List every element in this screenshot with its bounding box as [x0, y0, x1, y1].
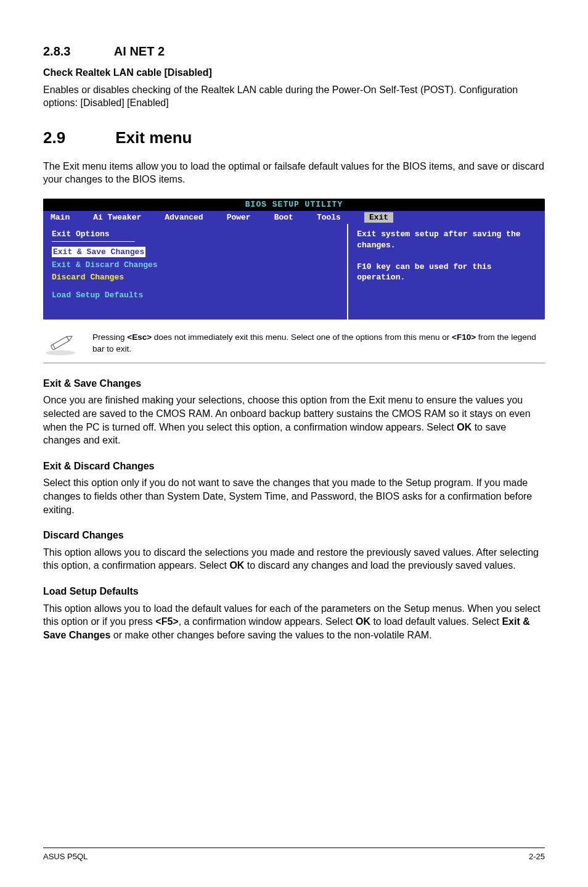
bios-item-load-defaults: Load Setup Defaults: [52, 290, 338, 301]
realtek-heading: Check Realtek LAN cable [Disabled]: [43, 66, 545, 80]
footer-left: ASUS P5QL: [43, 851, 88, 862]
section-title: AI NET 2: [114, 44, 165, 58]
bios-left-pane: Exit Options Exit & Save Changes Exit & …: [43, 224, 347, 320]
ok-label: OK: [356, 616, 370, 627]
exit-discard-heading: Exit & Discard Changes: [43, 460, 545, 473]
bios-item-exit-save: Exit & Save Changes: [52, 247, 145, 258]
realtek-body: Enables or disables checking of the Real…: [43, 83, 545, 110]
section-title: Exit menu: [115, 128, 192, 147]
load-defaults-heading: Load Setup Defaults: [43, 585, 545, 598]
bios-help-pane: Exit system setup after saving the chang…: [347, 224, 545, 320]
f10-key: <F10>: [452, 332, 476, 342]
note-row: Pressing <Esc> does not immediately exit…: [43, 332, 545, 363]
pencil-note-icon: [43, 332, 78, 357]
esc-key: <Esc>: [127, 332, 152, 342]
svg-rect-1: [51, 336, 69, 350]
load-defaults-body: This option allows you to load the defau…: [43, 602, 545, 642]
exit-save-heading: Exit & Save Changes: [43, 377, 545, 390]
discard-body: This option allows you to discard the se…: [43, 546, 545, 572]
svg-point-0: [46, 350, 75, 355]
bios-menu-tweaker: Ai Tweaker: [93, 212, 141, 223]
footer-right: 2-25: [529, 851, 545, 862]
bios-item-discard: Discard Changes: [52, 272, 338, 283]
section-2-8-3-heading: 2.8.3 AI NET 2: [43, 43, 545, 60]
bios-menu-main: Main: [51, 212, 70, 223]
page-footer: ASUS P5QL 2-25: [43, 848, 545, 862]
bios-menu-power: Power: [227, 212, 251, 223]
bios-title: BIOS SETUP UTILITY: [43, 199, 545, 211]
note-text: Pressing <Esc> does not immediately exit…: [92, 332, 545, 355]
ok-label: OK: [457, 422, 472, 432]
section-number: 2.8.3: [43, 43, 111, 60]
f5-key: <F5>: [155, 616, 178, 627]
bios-body: Exit Options Exit & Save Changes Exit & …: [43, 224, 545, 320]
bios-help-text: Exit system setup after saving the chang…: [357, 229, 536, 283]
exit-discard-body: Select this option only if you do not wa…: [43, 476, 545, 516]
bios-item-exit-discard: Exit & Discard Changes: [52, 260, 338, 271]
ok-label: OK: [229, 560, 244, 571]
bios-menu-boot: Boot: [274, 212, 293, 223]
bios-menubar: Main Ai Tweaker Advanced Power Boot Tool…: [43, 211, 545, 225]
section-2-9-heading: 2.9 Exit menu: [43, 127, 545, 149]
bios-screenshot: BIOS SETUP UTILITY Main Ai Tweaker Advan…: [43, 199, 545, 320]
bios-menu-advanced: Advanced: [165, 212, 203, 223]
section-number: 2.9: [43, 127, 111, 149]
section-2-9-intro: The Exit menu items allow you to load th…: [43, 160, 545, 186]
exit-save-body: Once you are finished making your select…: [43, 394, 545, 447]
bios-menu-exit: Exit: [364, 212, 393, 223]
bios-heading-underline: [52, 241, 135, 242]
bios-exit-options-heading: Exit Options: [52, 229, 338, 240]
bios-menu-tools: Tools: [317, 212, 341, 223]
discard-heading: Discard Changes: [43, 529, 545, 542]
